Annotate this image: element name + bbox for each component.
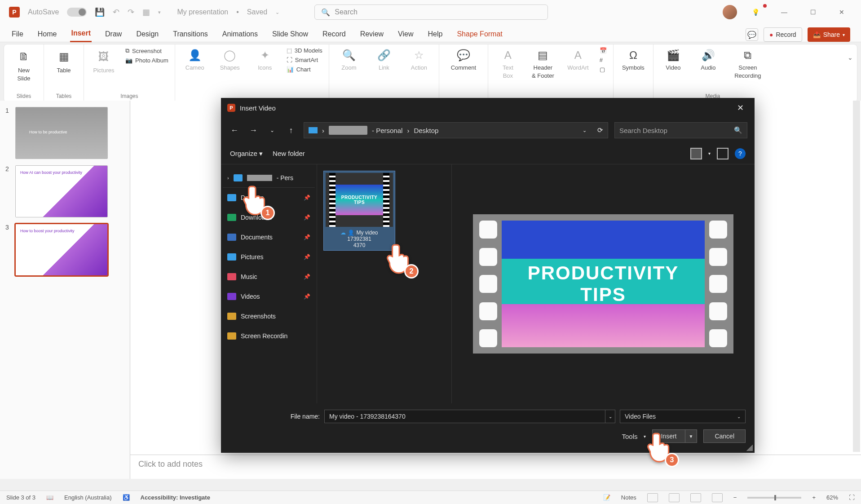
photo-album-button[interactable]: 📷Photo Album — [125, 57, 168, 64]
slide-counter[interactable]: Slide 3 of 3 — [6, 494, 35, 501]
cancel-button[interactable]: Cancel — [703, 429, 746, 443]
user-avatar[interactable] — [723, 5, 737, 19]
filename-dropdown-icon[interactable]: ⌄ — [605, 410, 615, 423]
cameo-button[interactable]: 👤Cameo — [181, 47, 208, 71]
header-footer-button[interactable]: ▤Header& Footer — [530, 47, 556, 79]
tree-item-desktop[interactable]: Desktop📌 — [223, 188, 315, 208]
icons-button[interactable]: ✦Icons — [252, 47, 278, 71]
tab-design[interactable]: Design — [135, 27, 159, 42]
notes-toggle[interactable]: Notes — [621, 494, 636, 501]
insert-dropdown-icon[interactable]: ▼ — [685, 434, 697, 439]
tab-view[interactable]: View — [397, 27, 414, 42]
breadcrumb-dropdown-icon[interactable]: ⌄ — [583, 128, 587, 133]
smartart-button[interactable]: ⛶SmartArt — [287, 57, 322, 63]
pin-icon[interactable]: 📌 — [304, 234, 310, 240]
filename-input[interactable] — [324, 410, 605, 423]
zoom-button[interactable]: 🔍Zoom — [336, 47, 362, 71]
zoom-in-button[interactable]: + — [812, 494, 816, 501]
view-dropdown-icon[interactable]: ▾ — [708, 151, 711, 156]
tree-item-pictures[interactable]: Pictures📌 — [223, 247, 315, 267]
document-name[interactable]: My presentation — [177, 8, 228, 16]
tree-item-screenshots[interactable]: Screenshots — [223, 306, 315, 326]
comment-button[interactable]: 💬Comment — [446, 47, 481, 71]
sorter-view-button[interactable] — [669, 493, 680, 502]
file-list[interactable]: PRODUCTIVITYTIPS ☁👤My video 17392381 437… — [317, 164, 452, 403]
pin-icon[interactable]: 📌 — [304, 254, 310, 260]
vertical-scrollbar[interactable] — [853, 101, 860, 452]
spellcheck-icon[interactable]: 📖 — [46, 494, 53, 501]
pin-icon[interactable]: 📌 — [304, 214, 310, 221]
forward-button[interactable]: → — [247, 124, 260, 137]
file-type-filter[interactable]: Video Files⌄ — [620, 410, 746, 423]
shapes-button[interactable]: ◯Shapes — [216, 47, 243, 71]
collapse-ribbon-icon[interactable]: ⌄ — [848, 54, 853, 61]
wordart-button[interactable]: AWordArt — [565, 47, 592, 71]
preview-toggle-button[interactable] — [717, 148, 729, 159]
record-button[interactable]: ●Record — [764, 27, 802, 42]
back-button[interactable]: ← — [228, 124, 241, 137]
notes-pane[interactable]: Click to add notes — [130, 455, 861, 479]
file-tile-my-video[interactable]: PRODUCTIVITYTIPS ☁👤My video 17392381 437… — [323, 171, 395, 251]
screen-recording-button[interactable]: ⧉ScreenRecording — [730, 47, 766, 79]
pin-icon[interactable]: 📌 — [304, 195, 310, 201]
dialog-close-button[interactable]: ✕ — [733, 101, 748, 115]
zoom-out-button[interactable]: − — [733, 494, 737, 501]
slide-thumbnails-panel[interactable]: 1 How to be productive 2 How AI can boos… — [0, 101, 130, 479]
slide-number-icon[interactable]: # — [600, 57, 607, 63]
dialog-search-input[interactable]: Search Desktop 🔍 — [614, 122, 747, 138]
slide-thumbnail-1[interactable]: How to be productive — [15, 107, 108, 159]
normal-view-button[interactable] — [647, 493, 658, 502]
tab-home[interactable]: Home — [37, 27, 58, 42]
tree-item-downloads[interactable]: Downloads📌 — [223, 208, 315, 227]
tree-item-music[interactable]: Music📌 — [223, 267, 315, 287]
tab-transitions[interactable]: Transitions — [172, 27, 209, 42]
language-label[interactable]: English (Australia) — [64, 494, 112, 501]
organize-dropdown[interactable]: Organize ▾ — [230, 150, 263, 158]
nav-tree[interactable]: › - Pers Desktop📌Downloads📌Documents📌Pic… — [221, 164, 317, 403]
reading-view-button[interactable] — [690, 493, 701, 502]
zoom-value[interactable]: 62% — [826, 494, 838, 501]
tab-animations[interactable]: Animations — [221, 27, 259, 42]
video-button[interactable]: 🎬Video — [660, 47, 687, 71]
tab-review[interactable]: Review — [359, 27, 384, 42]
breadcrumb-seg-1[interactable]: - Personal — [372, 127, 402, 134]
date-time-icon[interactable]: 📅 — [600, 47, 607, 54]
tree-item-documents[interactable]: Documents📌 — [223, 227, 315, 247]
comments-pane-button[interactable]: 💬 — [746, 28, 758, 41]
up-button[interactable]: ↑ — [285, 124, 297, 137]
tab-file[interactable]: File — [11, 27, 24, 42]
notifications-icon[interactable]: 💡 — [745, 5, 766, 19]
save-icon[interactable]: 💾 — [95, 7, 105, 17]
help-button[interactable]: ? — [735, 148, 746, 159]
insert-button[interactable]: Insert▼ — [652, 429, 697, 443]
action-button[interactable]: ☆Action — [406, 47, 433, 71]
link-button[interactable]: 🔗Link — [371, 47, 397, 71]
pictures-button[interactable]: 🖼 Pictures — [90, 47, 117, 74]
minimize-button[interactable]: — — [774, 5, 795, 19]
maximize-button[interactable]: ☐ — [803, 5, 823, 19]
table-button[interactable]: ▦ Table — [50, 47, 77, 74]
tab-draw[interactable]: Draw — [104, 27, 123, 42]
recent-dropdown-icon[interactable]: ⌄ — [266, 124, 278, 137]
slideshow-view-button[interactable] — [712, 493, 723, 502]
view-mode-button[interactable] — [690, 148, 702, 159]
new-folder-button[interactable]: New folder — [273, 150, 305, 157]
tree-section-personal[interactable]: › - Pers — [223, 168, 315, 188]
breadcrumb-seg-2[interactable]: Desktop — [414, 127, 438, 134]
share-button[interactable]: 📤Share▾ — [808, 27, 850, 42]
present-icon[interactable]: ▦ — [142, 7, 150, 17]
notes-toggle-icon[interactable]: 📝 — [603, 494, 610, 501]
redo-icon[interactable]: ↷ — [128, 7, 134, 17]
3d-models-button[interactable]: ⬚3D Models — [287, 47, 322, 54]
tab-insert[interactable]: Insert — [70, 27, 92, 42]
undo-icon[interactable]: ↶ — [113, 7, 119, 17]
tab-shape-format[interactable]: Shape Format — [456, 27, 503, 42]
autosave-toggle[interactable] — [67, 8, 87, 17]
pin-icon[interactable]: 📌 — [304, 293, 310, 300]
slide-thumbnail-2[interactable]: How AI can boost your productivity — [15, 165, 108, 217]
tab-slideshow[interactable]: Slide Show — [271, 27, 309, 42]
tree-item-screen-recordin[interactable]: Screen Recordin — [223, 326, 315, 346]
tools-dropdown[interactable]: Tools▾ — [622, 433, 646, 440]
symbols-button[interactable]: ΩSymbols — [620, 47, 647, 71]
tab-record[interactable]: Record — [322, 27, 347, 42]
